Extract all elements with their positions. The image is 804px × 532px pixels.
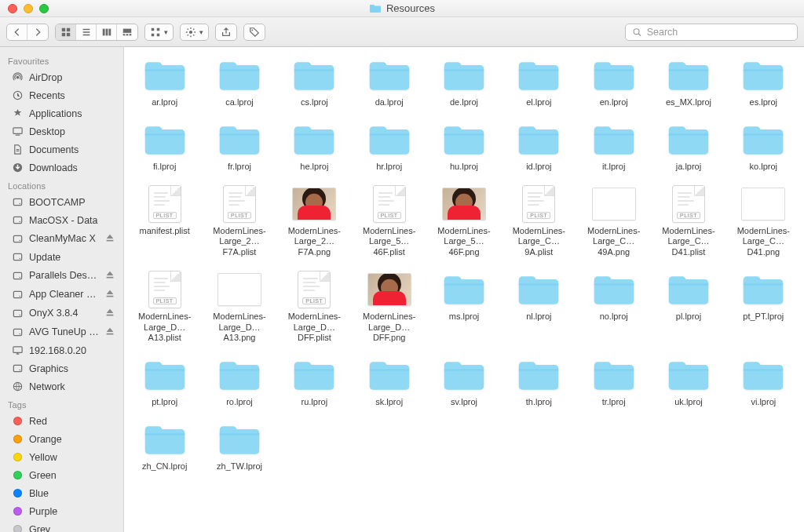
file-item[interactable]: en.lproj	[579, 56, 648, 108]
sidebar-item[interactable]: Blue	[0, 484, 123, 502]
file-item[interactable]: el.lproj	[505, 56, 573, 108]
file-item[interactable]: he.lproj	[280, 121, 349, 173]
sidebar-item[interactable]: Purple	[0, 502, 123, 520]
svg-rect-13	[152, 33, 155, 36]
eject-button[interactable]	[104, 326, 115, 339]
file-item[interactable]: ms.lproj	[429, 271, 498, 322]
file-item[interactable]: uk.lproj	[654, 356, 722, 408]
share-button[interactable]	[215, 24, 237, 41]
file-item[interactable]: PLISTModernLines-Large_5…46F.plist	[355, 185, 423, 258]
sidebar-item[interactable]: 192.168.0.20	[0, 341, 123, 359]
file-item[interactable]: pl.lproj	[654, 271, 722, 322]
file-item[interactable]: nl.lproj	[505, 271, 573, 322]
file-item[interactable]: zh_CN.lproj	[130, 421, 199, 472]
sidebar-item[interactable]: Orange	[0, 430, 123, 448]
view-list-button[interactable]	[76, 24, 97, 40]
sidebar-item[interactable]: App Cleaner & Uni...	[0, 285, 123, 304]
search-field[interactable]	[625, 24, 798, 41]
file-item[interactable]: no.lproj	[579, 271, 648, 322]
file-item[interactable]: ru.lproj	[280, 356, 349, 408]
file-item[interactable]: ModernLines-Large_2…F7A.png	[280, 185, 349, 258]
file-item[interactable]: ko.lproj	[729, 121, 798, 173]
forward-button[interactable]	[27, 24, 48, 40]
sidebar-item[interactable]: Graphics	[0, 359, 123, 377]
view-gallery-button[interactable]	[117, 24, 137, 40]
eject-button[interactable]	[104, 288, 115, 301]
sidebar-item[interactable]: AirDrop	[0, 68, 123, 86]
view-icons-button[interactable]	[56, 24, 76, 40]
sidebar-item[interactable]: BOOTCAMP	[0, 193, 123, 211]
sidebar-item[interactable]: Update	[0, 248, 123, 266]
sidebar-item[interactable]: Green	[0, 466, 123, 484]
file-item[interactable]: PLISTModernLines-Large_D…DFF.plist	[280, 271, 349, 344]
file-item[interactable]: fr.lproj	[205, 121, 273, 173]
sidebar-item[interactable]: Downloads	[0, 159, 123, 177]
file-item[interactable]: ar.lproj	[130, 56, 199, 108]
hdd-icon	[11, 326, 24, 338]
arrange-menu-button[interactable]: ▾	[144, 24, 174, 41]
sidebar-item[interactable]: Yellow	[0, 448, 123, 466]
file-item[interactable]: ro.lproj	[205, 356, 273, 408]
file-item[interactable]: vi.lproj	[729, 356, 798, 408]
file-item[interactable]: da.lproj	[355, 56, 423, 108]
file-item[interactable]: ModernLines-Large_D…DFF.png	[355, 271, 423, 344]
file-item[interactable]: es_MX.lproj	[654, 56, 722, 108]
sidebar-item[interactable]: CleanMyMac X	[0, 229, 123, 248]
sidebar-item[interactable]: Red	[0, 412, 123, 430]
eject-button[interactable]	[104, 232, 115, 246]
sidebar-item[interactable]: Desktop	[0, 122, 123, 140]
sidebar-item[interactable]: Applications	[0, 104, 123, 122]
file-item[interactable]: sk.lproj	[355, 356, 423, 408]
view-columns-button[interactable]	[97, 24, 117, 40]
file-item[interactable]: ModernLines-Large_D…A13.png	[205, 271, 273, 344]
file-item[interactable]: tr.lproj	[579, 356, 648, 408]
sidebar-item[interactable]: Recents	[0, 86, 123, 104]
zoom-window-button[interactable]	[39, 4, 49, 13]
eject-button[interactable]	[104, 307, 115, 320]
file-item[interactable]: cs.lproj	[280, 56, 349, 108]
sidebar-item-label: Purple	[29, 506, 115, 517]
file-item[interactable]: ModernLines-Large_C…D41.png	[729, 185, 798, 258]
folder-icon	[740, 356, 786, 394]
arrange-icon	[150, 27, 161, 38]
close-window-button[interactable]	[8, 4, 17, 13]
sidebar-item[interactable]: Parallels Desktop...	[0, 266, 123, 285]
minimize-window-button[interactable]	[24, 4, 33, 13]
file-item[interactable]: PLISTModernLines-Large_D…A13.plist	[130, 271, 199, 344]
file-item[interactable]: ca.lproj	[205, 56, 273, 108]
file-item[interactable]: ja.lproj	[654, 121, 722, 173]
file-label: th.lproj	[526, 397, 552, 408]
file-item[interactable]: hu.lproj	[429, 121, 498, 173]
eject-button[interactable]	[104, 269, 115, 282]
sidebar-item[interactable]: MacOSX - Data	[0, 211, 123, 229]
sidebar-item[interactable]: Documents	[0, 140, 123, 159]
sidebar-item[interactable]: OnyX 3.8.4	[0, 304, 123, 322]
file-item[interactable]: PLISTModernLines-Large_2…F7A.plist	[205, 185, 273, 258]
file-item[interactable]: zh_TW.lproj	[205, 421, 273, 472]
file-item[interactable]: es.lproj	[729, 56, 798, 108]
sidebar-item[interactable]: Grey	[0, 520, 123, 532]
file-item[interactable]: th.lproj	[505, 356, 573, 408]
sidebar-item[interactable]: Network	[0, 377, 123, 395]
file-item[interactable]: id.lproj	[505, 121, 573, 173]
tags-button[interactable]	[243, 24, 265, 41]
file-item[interactable]: PLISTModernLines-Large_C…D41.plist	[654, 185, 722, 258]
action-menu-button[interactable]: ▾	[180, 24, 209, 41]
file-item[interactable]: hr.lproj	[355, 121, 423, 173]
file-item[interactable]: fi.lproj	[130, 121, 199, 173]
folder-icon	[441, 121, 487, 159]
search-input[interactable]	[647, 27, 791, 38]
file-item[interactable]: de.lproj	[429, 56, 498, 108]
file-item[interactable]: sv.lproj	[429, 356, 498, 408]
file-item[interactable]: ModernLines-Large_C…49A.png	[579, 185, 648, 258]
sidebar-item[interactable]: AVG TuneUp Prem...	[0, 322, 123, 341]
file-item[interactable]: ModernLines-Large_5…46F.png	[429, 185, 498, 258]
file-item[interactable]: pt_PT.lproj	[729, 271, 798, 322]
file-item[interactable]: PLISTModernLines-Large_C…9A.plist	[505, 185, 573, 258]
file-item[interactable]: PLISTmanifest.plist	[130, 185, 199, 237]
file-item[interactable]: it.lproj	[579, 121, 648, 173]
back-button[interactable]	[7, 24, 27, 40]
file-item[interactable]: pt.lproj	[130, 356, 199, 408]
titlebar: Resources	[0, 0, 804, 17]
tag-color-icon	[11, 523, 24, 533]
